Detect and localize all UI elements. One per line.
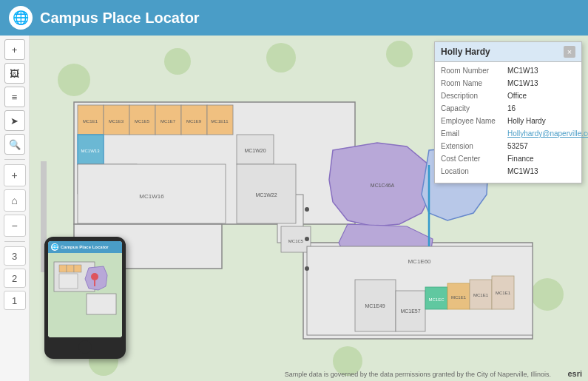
list-tool-button[interactable]: ≡: [4, 87, 25, 107]
info-field-value: MC1W13: [507, 166, 538, 177]
add-button[interactable]: +: [4, 39, 25, 60]
svg-text:MC1C5: MC1C5: [288, 239, 304, 243]
sidebar: + 🖼 ≡ ➤ 🔍 + ⌂ − 3 2 1: [0, 36, 30, 381]
svg-point-1: [58, 64, 90, 96]
svg-text:MC1E57: MC1E57: [400, 308, 420, 314]
floor-3-button[interactable]: 3: [4, 246, 26, 266]
info-field-label: Room Name: [441, 78, 507, 89]
info-field-value: MC1W13: [507, 78, 538, 89]
divider-2: [4, 241, 25, 242]
svg-rect-70: [87, 294, 116, 314]
info-panel: Holly Hardy × Room NumberMC1W13Room Name…: [434, 41, 582, 183]
info-field-label: Location: [441, 166, 507, 177]
svg-text:MC1E49: MC1E49: [365, 303, 385, 308]
mobile-map-view: [48, 253, 122, 337]
svg-point-60: [305, 207, 309, 212]
svg-text:MC1E1: MC1E1: [473, 293, 489, 297]
svg-text:MC1E3: MC1E3: [109, 119, 124, 124]
search-tool-button[interactable]: 🔍: [4, 134, 25, 155]
app-header: 🌐 Campus Place Locator: [0, 0, 588, 36]
svg-rect-67: [74, 265, 81, 272]
navigate-tool-button[interactable]: ➤: [4, 110, 25, 131]
info-field-label: Description: [441, 90, 507, 101]
info-row: Room NumberMC1W13: [441, 65, 575, 76]
globe-icon: 🌐: [9, 6, 33, 30]
mobile-preview: 🌐 Campus Place Locator: [44, 237, 126, 359]
svg-text:MC1W22: MC1W22: [255, 192, 277, 198]
info-field-label: Capacity: [441, 103, 507, 114]
svg-rect-65: [59, 265, 67, 272]
svg-text:MC1W13: MC1W13: [81, 149, 100, 153]
svg-text:MC1E7: MC1E7: [160, 119, 176, 124]
svg-point-3: [266, 43, 296, 73]
info-field-value: Holly Hardy: [507, 115, 546, 127]
svg-text:MC1C46A: MC1C46A: [371, 183, 395, 188]
info-panel-close-button[interactable]: ×: [564, 46, 575, 58]
esri-logo: esri: [567, 369, 582, 378]
svg-text:MC1W20: MC1W20: [244, 148, 266, 153]
main-content: + 🖼 ≡ ➤ 🔍 + ⌂ − 3 2 1: [0, 36, 588, 381]
info-field-label: Room Number: [441, 65, 507, 76]
divider-1: [4, 159, 25, 160]
zoom-out-button[interactable]: −: [4, 215, 26, 237]
info-row: Extension53257: [441, 141, 575, 152]
floor-1-button[interactable]: 1: [4, 291, 26, 310]
svg-text:MC1E5: MC1E5: [135, 119, 150, 124]
svg-rect-66: [67, 265, 74, 272]
svg-text:MC1E11: MC1E11: [211, 119, 229, 124]
info-field-value: 53257: [507, 141, 528, 152]
info-field-label: Cost Center: [441, 153, 507, 164]
info-panel-header: Holly Hardy ×: [435, 42, 581, 62]
svg-text:MC1E1: MC1E1: [496, 291, 511, 295]
image-tool-button[interactable]: 🖼: [4, 63, 25, 84]
svg-rect-68: [59, 274, 78, 289]
info-row: Employee NameHolly Hardy: [441, 115, 575, 127]
info-panel-body: Room NumberMC1W13Room NameMC1W13Descript…: [435, 62, 581, 183]
map-area[interactable]: MC1E1 MC1E3 MC1E5 MC1E7 MC1E9 MC1E11 MC1…: [30, 36, 588, 381]
info-row: DescriptionOffice: [441, 90, 575, 101]
info-row: Capacity16: [441, 103, 575, 114]
mobile-home-button[interactable]: [78, 340, 92, 354]
info-field-value: 16: [507, 103, 516, 114]
mobile-screen: 🌐 Campus Place Locator: [48, 241, 122, 337]
svg-text:MC1E9: MC1E9: [186, 119, 202, 124]
info-row: LocationMC1W13: [441, 166, 575, 177]
svg-text:MC1E1: MC1E1: [83, 119, 98, 124]
info-field-value: Finance: [507, 153, 534, 164]
svg-point-71: [91, 273, 98, 280]
home-button[interactable]: ⌂: [4, 189, 26, 212]
info-field-label: Employee Name: [441, 115, 507, 127]
info-row: Cost CenterFinance: [441, 153, 575, 164]
mobile-app-header: 🌐 Campus Place Locator: [48, 241, 122, 253]
svg-point-2: [164, 48, 191, 75]
footer-text: Sample data is governed by the data perm…: [285, 371, 551, 378]
info-field-label: Email: [441, 128, 507, 139]
zoom-in-button[interactable]: +: [4, 164, 26, 186]
info-field-label: Extension: [441, 141, 507, 152]
svg-text:MC1E60: MC1E60: [408, 258, 431, 265]
info-field-value: Office: [507, 90, 527, 101]
info-field-value: MC1W13: [507, 65, 538, 76]
floor-2-button[interactable]: 2: [4, 269, 26, 288]
svg-text:MC1EC: MC1EC: [428, 297, 445, 302]
info-row: Room NameMC1W13: [441, 78, 575, 89]
mobile-app-title: Campus Place Locator: [61, 245, 109, 249]
info-field-value[interactable]: Hollyhardy@naperville.com: [507, 128, 588, 139]
svg-text:MC1E1: MC1E1: [451, 295, 467, 300]
info-row: EmailHollyhardy@naperville.com: [441, 128, 575, 139]
svg-point-7: [531, 278, 564, 311]
svg-text:MC1W16: MC1W16: [139, 193, 164, 200]
svg-point-4: [386, 41, 413, 67]
app-title: Campus Place Locator: [40, 10, 200, 27]
mobile-globe-icon: 🌐: [51, 243, 58, 251]
info-panel-title: Holly Hardy: [441, 47, 490, 57]
svg-point-61: [305, 237, 309, 241]
svg-point-62: [305, 266, 309, 271]
